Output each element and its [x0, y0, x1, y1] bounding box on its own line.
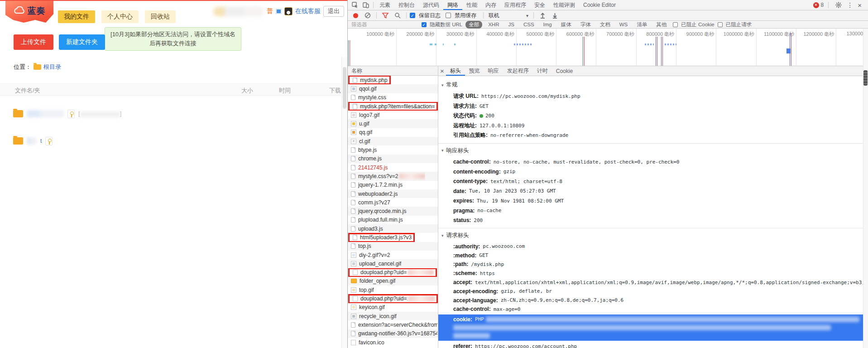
type-filter-0[interactable]: 全部: [465, 21, 482, 29]
folder-name-redacted[interactable]: [27, 137, 37, 145]
network-request-row[interactable]: recycle_icon.gif: [348, 312, 438, 320]
devtools-tab-2[interactable]: 源代码: [419, 0, 443, 10]
site-scrollbar-thumb[interactable]: [343, 67, 346, 109]
logout-button[interactable]: 退出: [323, 6, 344, 17]
type-filter-8[interactable]: WS: [616, 21, 631, 28]
type-filter-2[interactable]: JS: [505, 21, 517, 28]
new-folder-button[interactable]: 新建文件夹: [59, 34, 105, 50]
blocked-requests-checkbox[interactable]: [718, 22, 723, 27]
preserve-log-label[interactable]: 保留日志: [419, 12, 441, 19]
devtools-scrollbar[interactable]: [863, 29, 868, 348]
hide-data-urls-checkbox[interactable]: ✓: [422, 22, 427, 27]
network-request-row[interactable]: u.gif: [348, 119, 438, 128]
network-request-row[interactable]: jquery-1.7.2.min.js: [348, 181, 438, 189]
hide-data-urls-label[interactable]: 隐藏数据 URL: [430, 21, 462, 28]
network-overview-timeline[interactable]: 100000 毫秒200000 毫秒300000 毫秒400000 毫秒5000…: [348, 29, 868, 66]
password-key-icon[interactable]: [67, 110, 75, 118]
network-request-row[interactable]: qqol.gif: [348, 84, 438, 93]
details-tab-3[interactable]: 发起程序: [503, 66, 533, 76]
devtools-tab-0[interactable]: 元素: [375, 0, 394, 10]
root-directory-link[interactable]: 根目录: [43, 63, 61, 71]
site-tab-1[interactable]: 个人中心: [101, 10, 139, 23]
network-request-row[interactable]: extension?ac=serverCheck&from_...: [348, 320, 438, 329]
close-devtools-icon[interactable]: ×: [856, 1, 863, 9]
type-filter-10[interactable]: 其他: [653, 21, 670, 29]
network-request-row[interactable]: favicon.ico: [348, 338, 438, 347]
error-count-badge[interactable]: ✕ 8: [813, 2, 824, 8]
network-request-row[interactable]: webuploader2.js: [348, 189, 438, 198]
network-request-row[interactable]: mystyle.css?v=2: [348, 172, 438, 180]
device-toolbar-icon[interactable]: [360, 0, 371, 10]
qq-penguin-icon[interactable]: [284, 7, 293, 15]
preserve-log-checkbox[interactable]: ✓: [410, 13, 415, 18]
search-icon[interactable]: [392, 11, 403, 20]
network-request-row[interactable]: top.js: [348, 242, 438, 251]
blocked-requests-label[interactable]: 已阻止请求: [726, 21, 752, 28]
type-filter-6[interactable]: 字体: [577, 21, 594, 29]
online-service-link[interactable]: 在线客服: [295, 7, 321, 15]
upload-file-button[interactable]: 上传文件: [14, 34, 53, 50]
type-filter-1[interactable]: XHR: [485, 21, 502, 28]
devtools-scrollbar-thumb[interactable]: [863, 70, 868, 86]
inspect-element-icon[interactable]: [350, 0, 360, 10]
cookie-header-highlighted[interactable]: cookie:PHP: [438, 314, 863, 341]
type-filter-7[interactable]: 文档: [597, 21, 614, 29]
network-request-row[interactable]: qq.gif: [348, 128, 438, 137]
network-request-row[interactable]: folder_open.gif: [348, 277, 438, 285]
settings-gear-icon[interactable]: [833, 0, 844, 10]
network-request-row[interactable]: 21412745.js: [348, 163, 438, 172]
network-request-row[interactable]: mystyle.css: [348, 93, 438, 102]
network-request-row[interactable]: plupload.full.min.js: [348, 216, 438, 224]
devtools-tab-3[interactable]: 网络: [443, 0, 462, 10]
devtools-tab-7[interactable]: 安全: [530, 0, 549, 10]
folder-row[interactable]: t: [13, 135, 53, 147]
network-request-row[interactable]: logo7.gif: [348, 111, 438, 119]
section-title[interactable]: ▾响应标头: [438, 144, 868, 157]
type-filter-5[interactable]: 媒体: [558, 21, 575, 29]
disable-cache-checkbox[interactable]: [446, 13, 451, 18]
blocked-cookies-checkbox[interactable]: [673, 22, 678, 27]
throttling-dropdown[interactable]: 联机 ▾: [487, 12, 530, 19]
devtools-tab-5[interactable]: 内存: [481, 0, 500, 10]
folder-row[interactable]: []: [13, 108, 121, 120]
network-request-row[interactable]: upload3.js: [348, 224, 438, 233]
network-request-row[interactable]: comm.js?v27: [348, 198, 438, 207]
devtools-tab-9[interactable]: Cookie Editor: [579, 0, 620, 10]
network-filter-input[interactable]: [351, 22, 418, 27]
site-tab-2[interactable]: 回收站: [145, 10, 176, 23]
network-request-row[interactable]: jquery.qrcode.min.js: [348, 207, 438, 215]
network-request-row[interactable]: doupload.php?uid=: [348, 268, 438, 277]
network-request-row[interactable]: keyicon.gif: [348, 303, 438, 312]
devtools-tab-8[interactable]: 性能评测: [549, 0, 579, 10]
network-request-row[interactable]: ×cl.gif: [348, 137, 438, 145]
network-request-row[interactable]: top.gif: [348, 285, 438, 294]
devtools-tab-4[interactable]: 性能: [462, 0, 481, 10]
import-har-icon[interactable]: [537, 11, 548, 20]
type-filter-3[interactable]: CSS: [520, 21, 537, 28]
clear-network-log-icon[interactable]: [362, 11, 373, 20]
network-request-row[interactable]: chrome.js: [348, 155, 438, 163]
network-request-row[interactable]: upload_cancel.gif: [348, 259, 438, 268]
section-title[interactable]: ▾常规: [438, 78, 868, 92]
network-request-row[interactable]: doupload.php?uid=1: [348, 294, 438, 303]
disable-cache-label[interactable]: 禁用缓存: [455, 12, 476, 19]
site-scrollbar[interactable]: [341, 57, 347, 348]
type-filter-4[interactable]: Img: [540, 21, 555, 28]
network-request-row[interactable]: html5uploader3.js?v3: [348, 233, 438, 242]
site-logo[interactable]: 蓝奏: [5, 1, 53, 24]
section-title[interactable]: ▾请求标头: [438, 228, 868, 242]
name-column-header[interactable]: 名称: [348, 66, 438, 76]
password-key-icon[interactable]: [45, 137, 53, 145]
folder-name-redacted[interactable]: [27, 110, 64, 117]
type-filter-9[interactable]: 清单: [633, 21, 650, 29]
network-request-row[interactable]: mydisk.php: [348, 76, 438, 84]
network-request-row[interactable]: diy-2.gif?v=2: [348, 251, 438, 259]
devtools-tab-1[interactable]: 控制台: [394, 0, 419, 10]
filter-funnel-icon[interactable]: [380, 11, 391, 20]
username-redacted[interactable]: [213, 7, 264, 16]
more-options-icon[interactable]: ⋮: [847, 1, 853, 9]
folder-name-suffix[interactable]: t: [40, 138, 42, 144]
network-request-row[interactable]: btype.js: [348, 145, 438, 154]
record-network-log-icon[interactable]: [353, 13, 358, 18]
site-tab-0[interactable]: 我的文件: [58, 10, 95, 23]
